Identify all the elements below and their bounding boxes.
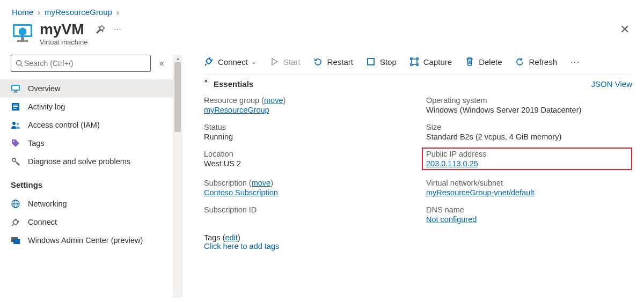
more-button[interactable]: ⋯ (114, 25, 121, 34)
capture-button[interactable]: Capture (409, 57, 452, 67)
collapse-sidebar-button[interactable]: « (157, 56, 166, 70)
pin-button[interactable] (96, 25, 105, 34)
restart-icon (313, 57, 323, 67)
restart-button[interactable]: Restart (313, 57, 353, 67)
tool-label: Capture (423, 57, 452, 67)
trash-icon (465, 57, 474, 67)
svg-point-16 (17, 123, 19, 125)
dns-link[interactable]: Not configured (426, 215, 477, 224)
tag-icon (11, 138, 20, 148)
start-button[interactable]: Start (269, 57, 301, 67)
iam-icon (11, 120, 20, 130)
tool-label: Stop (380, 57, 397, 67)
tool-label: Refresh (529, 57, 558, 67)
field-value-text: West US 2 (204, 159, 410, 168)
field-label-text: Size (426, 123, 632, 131)
field-label-text: Subscription (204, 179, 247, 187)
add-tags-link[interactable]: Click here to add tags (204, 242, 279, 251)
sidebar: « Overview Activity log (0, 55, 182, 298)
sidebar-item-label: Access control (IAM) (28, 121, 100, 129)
json-view-link[interactable]: JSON View (591, 79, 632, 89)
tool-label: Restart (327, 57, 353, 67)
svg-rect-3 (21, 37, 24, 40)
wac-icon (11, 235, 20, 245)
field-value-text: Running (204, 132, 410, 141)
field-label-text: Public IP address (426, 150, 628, 158)
field-resource-group: Resource group (move) myResourceGroup (204, 96, 410, 114)
sidebar-item-label: Activity log (28, 102, 65, 111)
svg-line-6 (21, 65, 23, 67)
subscription-link[interactable]: Contoso Subscription (204, 188, 278, 197)
svg-rect-9 (14, 91, 17, 92)
delete-button[interactable]: Delete (465, 57, 502, 67)
sidebar-item-windows-admin-center[interactable]: Windows Admin Center (preview) (0, 231, 173, 249)
sidebar-item-networking[interactable]: Networking (0, 195, 173, 213)
sidebar-item-diagnose[interactable]: Diagnose and solve problems (0, 152, 173, 171)
svg-rect-4 (17, 40, 28, 42)
connect-button[interactable]: Connect ⌄ (204, 57, 257, 67)
field-label-text: Subscription ID (204, 205, 410, 214)
tool-label: Connect (218, 57, 248, 67)
sidebar-item-label: Networking (28, 200, 67, 208)
highlight-public-ip: Public IP address 203.0.113.0.25 (422, 148, 632, 170)
search-input[interactable] (23, 58, 146, 68)
sidebar-scrollbar[interactable]: ▴ (173, 55, 182, 298)
sidebar-item-activity-log[interactable]: Activity log (0, 98, 173, 116)
play-icon (269, 57, 279, 67)
essentials-toggle[interactable]: ˄ Essentials (204, 79, 253, 89)
globe-icon (11, 199, 20, 209)
field-status: Status Running (204, 123, 410, 141)
svg-rect-26 (13, 239, 20, 244)
close-button[interactable]: ✕ (617, 22, 632, 37)
field-os: Operating system Windows (Windows Server… (426, 96, 632, 114)
field-vnet: Virtual network/subnet myResourceGroup-v… (426, 179, 632, 197)
breadcrumb-home[interactable]: Home (12, 8, 33, 17)
sidebar-item-label: Windows Admin Center (preview) (28, 236, 143, 245)
essentials-grid: Resource group (move) myResourceGroup Op… (204, 94, 632, 224)
tool-label: Start (283, 57, 301, 67)
resource-group-link[interactable]: myResourceGroup (204, 106, 269, 114)
page-header: myVM ⋯ Virtual machine ✕ (0, 19, 644, 55)
move-subscription-link[interactable]: move (252, 179, 270, 187)
sidebar-item-connect[interactable]: Connect (0, 213, 173, 231)
public-ip-link[interactable]: 203.0.113.0.25 (426, 159, 478, 168)
sidebar-item-access-control[interactable]: Access control (IAM) (0, 116, 173, 134)
sidebar-item-tags[interactable]: Tags (0, 134, 173, 152)
field-location: Location West US 2 (204, 150, 410, 170)
field-label-text: Status (204, 123, 410, 131)
chevron-right-icon: › (38, 8, 40, 17)
chevron-down-icon: ⌄ (251, 58, 257, 65)
tool-label: Delete (479, 57, 502, 67)
sidebar-item-overview[interactable]: Overview (0, 79, 173, 98)
monitor-icon (11, 84, 20, 93)
svg-rect-12 (13, 105, 18, 106)
svg-rect-14 (13, 108, 17, 109)
main-panel: Connect ⌄ Start Restart Stop (182, 55, 644, 298)
scroll-thumb[interactable] (174, 62, 181, 132)
capture-icon (409, 57, 419, 67)
log-icon (11, 102, 20, 112)
field-size: Size Standard B2s (2 vcpus, 4 GiB memory… (426, 123, 632, 141)
svg-rect-32 (412, 59, 417, 64)
stop-icon (366, 57, 376, 67)
toolbar-more-button[interactable]: ⋯ (570, 56, 581, 68)
svg-rect-10 (13, 92, 18, 93)
command-bar: Connect ⌄ Start Restart Stop (204, 55, 632, 74)
svg-point-17 (13, 141, 14, 142)
vnet-link[interactable]: myResourceGroup-vnet/default (426, 188, 535, 197)
move-resource-group-link[interactable]: move (264, 96, 283, 105)
field-value-text: Windows (Windows Server 2019 Datacenter) (426, 106, 632, 114)
field-label-text: Virtual network/subnet (426, 179, 632, 187)
stop-button[interactable]: Stop (366, 57, 397, 67)
sidebar-item-label: Tags (28, 139, 45, 148)
search-input-wrapper[interactable] (11, 55, 151, 72)
essentials-title: Essentials (214, 79, 253, 89)
svg-rect-13 (13, 106, 18, 107)
refresh-button[interactable]: Refresh (515, 57, 558, 67)
svg-line-28 (209, 57, 210, 59)
breadcrumb-resource-group[interactable]: myResourceGroup (45, 8, 112, 17)
search-icon (16, 60, 23, 67)
svg-rect-27 (206, 58, 211, 64)
field-label-text: DNS name (426, 205, 632, 214)
edit-tags-link[interactable]: edit (225, 233, 238, 242)
